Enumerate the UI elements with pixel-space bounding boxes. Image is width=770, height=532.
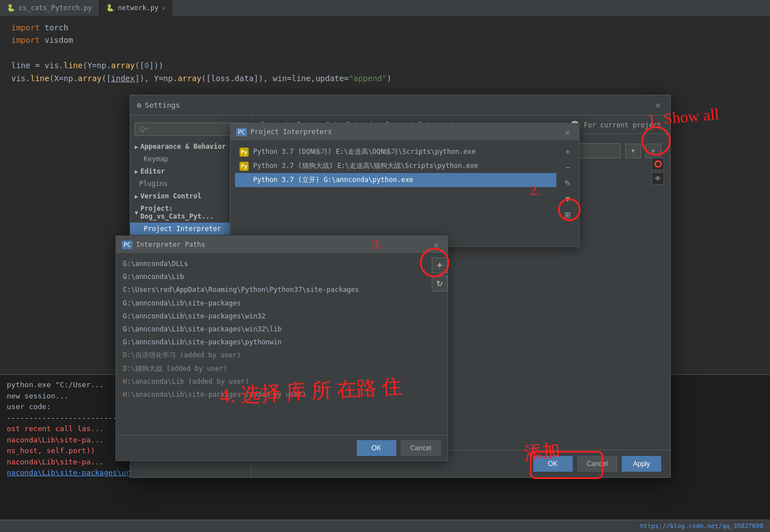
sidebar-label-editor: Editor <box>140 167 165 175</box>
sidebar-label-interpreter: Project Interpreter <box>144 225 221 233</box>
arrow-icon-editor: ▶ <box>135 169 138 175</box>
tab-label: cs_cats_Pytorch.py <box>19 4 92 12</box>
interpreters-body: Py Python 3.7 (DQN练习) E:\走送高\DQN练习\Scrip… <box>231 140 579 246</box>
paths-dialog: PC Interpreter Paths ✕ G:\annconda\DLLs … <box>116 236 448 461</box>
interp-remove-button[interactable]: − <box>561 161 574 174</box>
interp-name-likai: Python 3.7 (立开) G:\annconda\python.exe <box>253 175 413 185</box>
interpreter-dropdown-button[interactable]: ▼ <box>625 144 641 158</box>
python-icon-dqn: Py <box>240 148 249 157</box>
pycharm-icon: PC <box>236 128 247 136</box>
path-item-lib[interactable]: G:\annconda\Lib <box>123 271 423 283</box>
paths-side-buttons: + ↻ <box>430 253 448 435</box>
arrow-icon-project: ▼ <box>135 210 138 216</box>
interp-name-dqn: Python 3.7 (DQN练习) E:\走送高\DQN练习\Scripts\… <box>253 147 476 157</box>
code-line-1: import torch <box>11 21 759 34</box>
settings-icon: ⚙ <box>137 101 141 109</box>
path-item-rl[interactable]: D:\自语强化学习 (added by user) <box>123 349 423 362</box>
code-content: import torch import visdom line = vis.li… <box>0 16 770 90</box>
sidebar-label-plugins: Plugins <box>139 180 168 188</box>
interp-row-likai[interactable]: Python 3.7 (立开) G:\annconda\python.exe <box>235 173 556 187</box>
for-current-label-text: For current project <box>584 121 661 129</box>
tab-network[interactable]: 🐍 network.py ✕ <box>99 0 172 16</box>
right-icon-circle[interactable]: ⭕ <box>652 158 664 170</box>
for-current-project-label: 📋 For current project <box>570 120 661 129</box>
status-url: https://blog.csdn.net/qq_35027690 <box>640 522 763 530</box>
pycharm-icon-paths: PC <box>122 241 132 249</box>
paths-ok-button[interactable]: OK <box>357 440 396 456</box>
settings-apply-button[interactable]: Apply <box>622 456 661 472</box>
paths-footer: OK Cancel <box>116 435 448 460</box>
right-icon-panel: ⭕ 👁 <box>652 158 664 185</box>
path-item-appdata[interactable]: C:\Users\red\AppData\Roaming\Python\Pyth… <box>123 283 423 296</box>
path-item-win32lib[interactable]: G:\annconda\Lib\site-packages\win32\lib <box>123 323 423 336</box>
settings-title-label: Settings <box>145 101 180 109</box>
interp-add-button[interactable]: + <box>561 145 574 158</box>
interp-edit-button[interactable]: ✎ <box>561 176 574 190</box>
settings-titlebar: ⚙ Settings ✕ <box>130 95 670 116</box>
path-item-anaconda-site[interactable]: H:\anaconda\Lib\site-packages (added by … <box>123 388 423 401</box>
python-icon-catdog: Py <box>240 162 249 171</box>
interp-filter-button[interactable]: ▼ <box>561 192 574 206</box>
interpreters-side-buttons: + − ✎ ▼ ⊞ <box>561 145 574 221</box>
interpreters-dialog: PC Project Interpreters ✕ Py Python 3.7 … <box>230 123 579 247</box>
path-item-site[interactable]: G:\annconda\Lib\site-packages <box>123 297 423 310</box>
paths-cancel-button[interactable]: Cancel <box>401 440 441 456</box>
tab-cs-cats[interactable]: 🐍 cs_cats_Pytorch.py <box>0 0 99 16</box>
settings-title: ⚙ Settings <box>137 101 180 109</box>
paths-refresh-button[interactable]: ↻ <box>432 276 448 291</box>
tab-bar: 🐍 cs_cats_Pytorch.py 🐍 network.py ✕ <box>0 0 770 16</box>
paths-title-text: Interpreter Paths <box>136 241 205 249</box>
sidebar-label-appearance: Appearance & Behavior <box>140 143 226 150</box>
tab-icon-active: 🐍 <box>106 4 114 12</box>
sidebar-label-keymap: Keymap <box>144 155 168 163</box>
close-tab-icon[interactable]: ✕ <box>162 5 165 11</box>
interpreters-close-button[interactable]: ✕ <box>562 126 573 138</box>
path-item-win32[interactable]: G:\annconda\Lib\site-packages\win32 <box>123 310 423 323</box>
path-item-pythonwin[interactable]: G:\annconda\Lib\site-packages\pythonwin <box>123 336 423 349</box>
code-line-2: import visdom <box>11 34 759 46</box>
paths-titlebar: PC Interpreter Paths ✕ <box>116 236 448 253</box>
arrow-icon-vcs: ▶ <box>135 193 138 200</box>
tab-icon: 🐍 <box>7 4 15 12</box>
interpreter-gear-button[interactable]: ⚙ <box>645 144 661 158</box>
arrow-icon: ▶ <box>135 144 138 150</box>
right-icon-eye[interactable]: 👁 <box>652 172 664 185</box>
interp-show-all-button[interactable]: ⊞ <box>561 208 574 221</box>
code-line-4: line = vis.line(Y=np.array([0])) <box>11 59 759 72</box>
interp-row-catdog[interactable]: Py Python 3.7 (猫狗大战) E:\走送高\猫狗大战\Scripts… <box>235 159 556 173</box>
python-icon-likai <box>240 176 249 185</box>
paths-body: G:\annconda\DLLs G:\annconda\Lib C:\User… <box>116 253 448 435</box>
path-item-dlls[interactable]: G:\annconda\DLLs <box>123 258 423 271</box>
interp-row-dqn[interactable]: Py Python 3.7 (DQN练习) E:\走送高\DQN练习\Scrip… <box>235 145 556 159</box>
paths-title-content: PC Interpreter Paths <box>122 241 205 249</box>
interpreters-title-content: PC Project Interpreters <box>236 128 332 136</box>
interpreters-titlebar: PC Project Interpreters ✕ <box>231 123 579 140</box>
paths-add-button[interactable]: + <box>432 258 448 273</box>
tab-label-active: network.py <box>118 4 158 12</box>
sidebar-label-vcs: Version Control <box>140 192 201 200</box>
path-item-cats[interactable]: D:\猫狗大战 (added by user) <box>123 362 423 375</box>
path-item-anaconda-lib[interactable]: H:\anaconda\Lib (added by user) <box>123 375 423 388</box>
settings-ok-button[interactable]: OK <box>533 456 573 472</box>
paths-close-button[interactable]: ✕ <box>431 239 442 250</box>
status-bar: https://blog.csdn.net/qq_35027690 <box>0 520 770 532</box>
settings-close-button[interactable]: ✕ <box>652 100 663 111</box>
code-line-empty <box>11 47 759 59</box>
paths-list: G:\annconda\DLLs G:\annconda\Lib C:\User… <box>116 253 430 435</box>
sidebar-label-project: Project: Dog_vs_Cats_Pyt... <box>140 205 244 220</box>
code-line-5: vis.line(X=np.array([index]), Y=np.array… <box>11 72 759 85</box>
interp-name-catdog: Python 3.7 (猫狗大战) E:\走送高\猫狗大战\Scripts\py… <box>253 161 478 171</box>
settings-cancel-button[interactable]: Cancel <box>577 456 617 472</box>
interpreters-title-text: Project Interpreters <box>250 128 332 136</box>
